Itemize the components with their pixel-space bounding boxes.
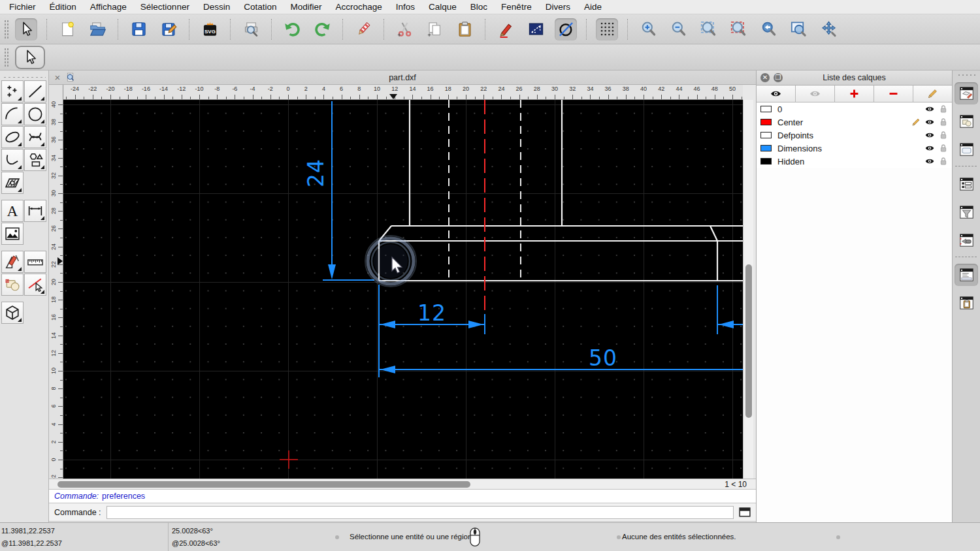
panel-close-icon[interactable]: ✕: [760, 73, 770, 82]
undo-button[interactable]: [281, 18, 303, 40]
save-button[interactable]: [127, 18, 150, 40]
tool-select-entities-button[interactable]: [24, 274, 46, 296]
layer-color-swatch[interactable]: [760, 106, 772, 112]
menu-fenetre[interactable]: Fenêtre: [501, 2, 532, 12]
menu-calque[interactable]: Calque: [429, 2, 457, 12]
menu-cotation[interactable]: Cotation: [244, 2, 276, 12]
save-as-button[interactable]: [157, 18, 180, 40]
tool-measure-button[interactable]: [24, 251, 46, 273]
layer-row-defpoints[interactable]: Defpoints: [757, 129, 952, 142]
tool-line-button[interactable]: [24, 80, 46, 102]
menu-affichage[interactable]: Affichage: [90, 2, 127, 12]
toolbar-drag-handle[interactable]: [4, 20, 8, 39]
panel-float-icon[interactable]: ❐: [774, 73, 783, 82]
dock-anchor-toggle[interactable]: [955, 229, 978, 251]
tool-image-button[interactable]: [1, 223, 24, 245]
layer-row-0[interactable]: 0: [757, 102, 952, 116]
tool-hatch-button[interactable]: [1, 172, 24, 194]
open-file-button[interactable]: [86, 18, 108, 40]
layer-row-center[interactable]: Center: [757, 116, 952, 129]
menu-bloc[interactable]: Bloc: [470, 2, 487, 12]
menu-edition[interactable]: Édition: [50, 2, 76, 12]
menu-selectionner[interactable]: Sélectionner: [140, 2, 189, 12]
layer-visibility-icon[interactable]: [924, 143, 935, 153]
palette-drag-handle[interactable]: [3, 76, 46, 79]
dock-drag-handle[interactable]: [957, 74, 975, 76]
dock-pen-options-toggle[interactable]: [955, 138, 978, 161]
drawing-canvas[interactable]: 241250: [63, 100, 743, 479]
tool-block-button[interactable]: [1, 274, 24, 296]
dock-library-browser-toggle[interactable]: [955, 173, 978, 195]
menu-fichier[interactable]: Fichier: [9, 2, 36, 12]
layer-color-swatch[interactable]: [760, 132, 772, 138]
vertical-scrollbar-thumb[interactable]: [745, 264, 752, 418]
menu-dessin[interactable]: Dessin: [203, 2, 230, 12]
tool-modify-button[interactable]: [1, 251, 24, 273]
vertical-scrollbar[interactable]: [743, 100, 753, 479]
tool-arc-button[interactable]: [1, 103, 24, 125]
paste-button[interactable]: [453, 18, 476, 40]
show-all-layers-button[interactable]: [757, 86, 796, 102]
zoom-in-button[interactable]: [637, 18, 659, 40]
hide-all-layers-button[interactable]: [796, 86, 835, 102]
layer-row-hidden[interactable]: Hidden: [757, 155, 952, 168]
snap-free-button[interactable]: [555, 18, 577, 40]
command-input[interactable]: [106, 506, 734, 519]
tool-circle-button[interactable]: [24, 103, 46, 125]
svg-export-button[interactable]: SVG: [199, 18, 221, 40]
layer-lock-icon[interactable]: [938, 143, 949, 153]
menu-accrochage[interactable]: Accrochage: [335, 2, 382, 12]
dock-entity-filter-toggle[interactable]: [955, 201, 978, 223]
entity-attributes-button[interactable]: [495, 18, 517, 40]
menu-infos[interactable]: Infos: [396, 2, 415, 12]
command-window-icon[interactable]: [739, 507, 751, 517]
horizontal-scrollbar[interactable]: 1 < 10: [49, 479, 756, 489]
layer-visibility-icon[interactable]: [924, 104, 935, 114]
remove-layer-button[interactable]: [874, 86, 913, 102]
tool-dimension-button[interactable]: [24, 200, 46, 222]
print-preview-button[interactable]: [240, 18, 262, 40]
zoom-previous-button[interactable]: [727, 18, 749, 40]
dock-block-list-toggle[interactable]: [955, 110, 978, 133]
tool-points-button[interactable]: [1, 80, 24, 102]
close-document-icon[interactable]: ×: [52, 72, 63, 83]
dock-command-widget-toggle[interactable]: [955, 264, 978, 286]
layer-visibility-icon[interactable]: [924, 130, 935, 140]
tool-ellipse-button[interactable]: [1, 126, 24, 148]
new-file-button[interactable]: [56, 18, 78, 40]
layer-lock-icon[interactable]: [938, 117, 949, 127]
select-arrow-option-button[interactable]: [15, 46, 45, 69]
tool-text-button[interactable]: A: [1, 200, 24, 222]
add-layer-button[interactable]: [835, 86, 874, 102]
zoom-pan-button[interactable]: [817, 18, 840, 40]
edit-layer-button[interactable]: [913, 86, 952, 102]
snap-grid-button[interactable]: [596, 18, 618, 40]
menu-aide[interactable]: Aide: [584, 2, 602, 12]
zoom-out-button[interactable]: [667, 18, 689, 40]
delete-entities-button[interactable]: [352, 18, 374, 40]
dock-layer-list-toggle[interactable]: [955, 82, 978, 104]
layer-row-dimensions[interactable]: Dimensions: [757, 142, 952, 155]
zoom-auto-button[interactable]: [697, 18, 719, 40]
toolbar-drag-handle[interactable]: [4, 48, 8, 67]
layer-visibility-icon[interactable]: [924, 117, 935, 127]
layer-lock-icon[interactable]: [938, 156, 949, 166]
zoom-window-button[interactable]: [787, 18, 809, 40]
layer-lock-icon[interactable]: [938, 130, 949, 140]
tool-polygon-button[interactable]: [24, 149, 46, 171]
select-arrow-button[interactable]: [15, 18, 37, 40]
layer-color-swatch[interactable]: [760, 145, 772, 151]
menu-divers[interactable]: Divers: [546, 2, 570, 12]
copy-button[interactable]: [423, 18, 446, 40]
tool-solid3d-button[interactable]: [1, 302, 24, 324]
cut-button[interactable]: [393, 18, 416, 40]
zoom-back-button[interactable]: [757, 18, 779, 40]
horizontal-scrollbar-thumb[interactable]: [57, 481, 470, 488]
layer-lock-icon[interactable]: [938, 104, 949, 114]
layer-color-swatch[interactable]: [760, 119, 772, 125]
menu-modifier[interactable]: Modifier: [290, 2, 321, 12]
layer-visibility-icon[interactable]: [924, 156, 935, 166]
tool-spline-button[interactable]: [24, 126, 46, 148]
redo-button[interactable]: [311, 18, 333, 40]
tool-polyline-button[interactable]: [1, 149, 24, 171]
